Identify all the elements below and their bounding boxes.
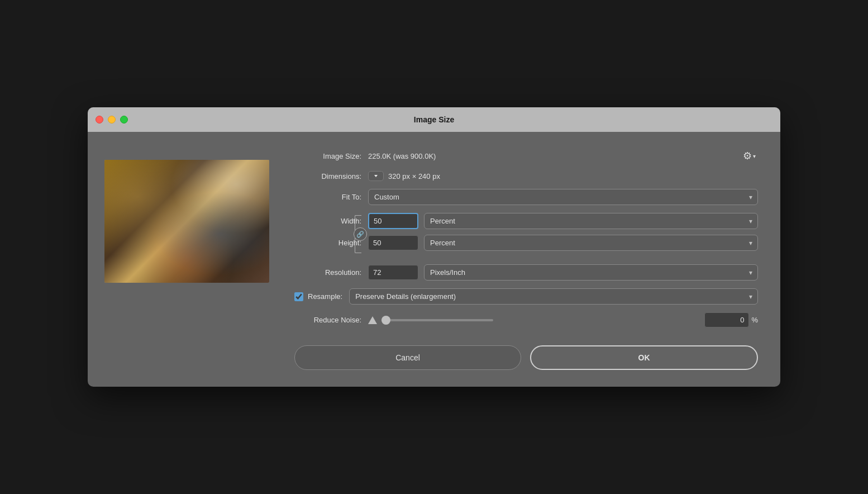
window-title: Image Size <box>414 115 454 124</box>
dimensions-label: Dimensions: <box>294 172 361 180</box>
resample-checkbox-label <box>294 292 303 301</box>
image-size-label: Image Size: <box>294 152 361 160</box>
svg-marker-0 <box>374 175 378 177</box>
image-size-value: 225.0K (was 900.0K) <box>368 152 436 160</box>
dimensions-row: Dimensions: 320 px × 240 px <box>294 171 758 181</box>
resample-select[interactable]: Preserve Details (enlargement) Automatic… <box>349 288 758 305</box>
fit-to-select[interactable]: Custom Original Size 800×600 1024×768 12… <box>368 189 758 205</box>
cancel-button[interactable]: Cancel <box>294 345 521 370</box>
buttons-row: Cancel OK <box>294 345 758 370</box>
noise-triangle-icon <box>368 316 377 324</box>
preview-area <box>104 149 272 370</box>
resample-select-container: Preserve Details (enlargement) Automatic… <box>349 288 758 305</box>
fit-to-row: Fit To: Custom Original Size 800×600 102… <box>294 189 758 205</box>
noise-slider-container <box>368 316 704 324</box>
dim-separator: × <box>412 172 418 180</box>
controls-area: Image Size: 225.0K (was 900.0K) ⚙ ▾ Dime… <box>294 149 758 370</box>
dim-width: 320 px <box>388 172 410 180</box>
resolution-row: Resolution: Pixels/Inch Pixels/Centimete… <box>294 264 758 281</box>
image-size-dialog: Image Size Image Size: 225.0K (was 900.0… <box>88 107 780 387</box>
fit-to-label: Fit To: <box>294 193 361 201</box>
resolution-label: Resolution: <box>294 268 361 277</box>
image-size-row: Image Size: 225.0K (was 900.0K) ⚙ ▾ <box>294 149 758 163</box>
resample-row: Resample: Preserve Details (enlargement)… <box>294 288 758 305</box>
percent-label: % <box>751 316 758 324</box>
height-input[interactable] <box>368 235 418 250</box>
fit-to-select-container: Custom Original Size 800×600 1024×768 12… <box>368 189 758 205</box>
dim-height: 240 px <box>418 172 440 180</box>
image-overlay <box>104 160 269 283</box>
reduce-noise-label: Reduce Noise: <box>294 316 361 324</box>
width-unit-container: Percent Pixels Inches Centimeters Millim… <box>424 213 758 229</box>
noise-value-input[interactable] <box>704 312 749 327</box>
reduce-noise-row: Reduce Noise: % <box>294 312 758 327</box>
preview-image <box>104 160 269 283</box>
ok-button[interactable]: OK <box>530 345 758 370</box>
resample-label: Resample: <box>308 292 342 301</box>
resample-checkbox[interactable] <box>294 292 303 301</box>
gear-icon: ⚙ <box>743 150 752 162</box>
link-chain-icon[interactable]: 🔗 <box>354 227 367 241</box>
width-unit-select[interactable]: Percent Pixels Inches Centimeters Millim… <box>424 213 758 229</box>
titlebar: Image Size <box>88 107 780 132</box>
gear-chevron: ▾ <box>753 153 756 159</box>
resolution-input[interactable] <box>368 265 418 280</box>
traffic-lights <box>96 116 128 124</box>
dimensions-values: 320 px × 240 px <box>388 172 440 180</box>
height-unit-container: Percent Pixels Inches Centimeters Millim… <box>424 235 758 251</box>
resolution-unit-select[interactable]: Pixels/Inch Pixels/Centimeter <box>424 264 758 281</box>
width-label: Width: <box>294 217 361 225</box>
wh-section: 🔗 Width: Percent Pixels Inches Centimete… <box>294 213 758 256</box>
height-unit-select[interactable]: Percent Pixels Inches Centimeters Millim… <box>424 235 758 251</box>
minimize-button[interactable] <box>108 116 116 124</box>
height-label: Height: <box>294 239 361 247</box>
link-icon-container: 🔗 <box>355 215 368 253</box>
resolution-unit-container: Pixels/Inch Pixels/Centimeter <box>424 264 758 281</box>
width-input[interactable] <box>368 213 418 229</box>
preview-image-inner <box>104 160 269 283</box>
dialog-content: Image Size: 225.0K (was 900.0K) ⚙ ▾ Dime… <box>88 132 780 387</box>
maximize-button[interactable] <box>120 116 128 124</box>
dropdown-arrow-icon <box>373 173 379 179</box>
gear-button[interactable]: ⚙ ▾ <box>741 149 758 163</box>
dimensions-dropdown[interactable] <box>368 171 384 181</box>
close-button[interactable] <box>96 116 103 124</box>
noise-slider[interactable] <box>381 319 493 321</box>
